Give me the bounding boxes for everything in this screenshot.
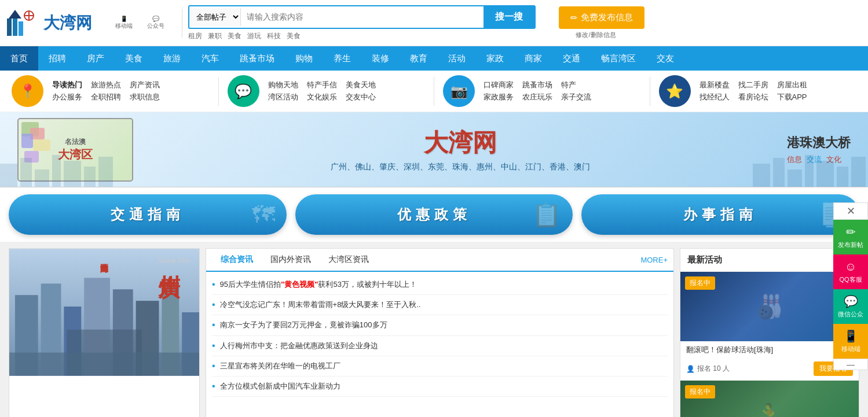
cat-link-bayact[interactable]: 湾区活动 [268,92,298,102]
search-button[interactable]: 搜一搜 [484,6,534,28]
cat-link-specialty[interactable]: 特产手信 [307,80,337,90]
banner: 名法澳 大湾区 大湾网 广州、佛山、肇庆、深圳、东莞、珠海、惠州、中山、江门、香… [0,112,868,187]
svg-marker-3 [9,10,21,19]
center-panel: 综合资讯 国内外资讯 大湾区资讯 MORE+ • 95后大学生情侣拍"黄色视频"… [206,248,674,417]
cat-link-agent[interactable]: 找经纪人 [699,92,730,102]
wechat-pub-label: 微信公众 [838,310,863,319]
cat-icon-star: ⭐ [659,75,691,107]
cat-link-friend[interactable]: 交友中心 [346,92,376,102]
activity-reg-1: 👤 报名 10 人 [686,364,730,374]
modify-link[interactable]: 修改/删除信息 [576,31,616,39]
cat-icon-location: 📍 [12,75,43,107]
cat-link-travel[interactable]: 旅游热点 [91,80,121,90]
float-post[interactable]: ✏ 发布新帖 [833,220,868,254]
nav-item-realestate[interactable]: 房产 [76,46,115,71]
float-minus[interactable]: — [833,359,868,370]
news-tab-bay[interactable]: 大湾区资讯 [320,249,378,271]
cat-link-job[interactable]: 求职信息 [130,92,160,102]
nav-item-flea[interactable]: 跳蚤市场 [229,46,285,71]
cat-link-shopping[interactable]: 购物天地 [268,80,298,90]
guangzhou-pinyin: Guang Zhou [158,257,191,264]
cat-link-culture[interactable]: 文化娱乐 [307,92,337,102]
cat-link-property[interactable]: 房产资讯 [130,80,160,90]
quick-btn-affairs[interactable]: 办事指南 📑 [581,194,859,235]
nav-item-merchant[interactable]: 商家 [514,46,552,71]
search-input[interactable] [241,8,484,25]
news-dot-6: • [212,381,215,392]
nav-item-travel[interactable]: 旅游 [153,46,191,71]
float-mobile[interactable]: 📱 移动端 [833,324,868,359]
news-more[interactable]: MORE+ [640,256,668,264]
mobile-float-label: 移动端 [841,345,860,353]
cat-link-office[interactable]: 办公服务 [52,92,82,102]
svg-rect-12 [84,167,96,187]
news-link-4[interactable]: 人行梅州市中支：把金融优惠政策送到企业身边 [220,341,378,351]
nav-item-decor[interactable]: 装修 [361,46,400,71]
svg-rect-8 [20,158,32,187]
nav-item-activity[interactable]: 活动 [438,46,476,71]
tag-food2[interactable]: 美食 [287,31,301,41]
nav-item-health[interactable]: 养生 [323,46,361,71]
tag-tech[interactable]: 科技 [267,31,281,41]
svg-rect-9 [35,169,49,187]
cat-link-forum[interactable]: 看房论坛 [738,92,768,102]
logo: 大湾网 [6,7,92,39]
float-close[interactable]: ✕ [833,202,868,220]
cat-link-kids[interactable]: 亲子交流 [561,92,591,102]
cat-link-rent[interactable]: 房屋出租 [777,80,807,90]
nav-item-car[interactable]: 汽车 [191,46,229,71]
cat-link-guide[interactable]: 导读热门 [52,80,82,90]
news-link-3[interactable]: 南京一女子为了要回2万元押金，竟被诈骗100多万 [220,320,387,330]
tag-parttime[interactable]: 兼职 [208,31,222,41]
news-link-2[interactable]: 冷空气没忘记广东！周末带着雷雨+8级大风要来！至于入秋.. [220,300,421,310]
cat-link-flea[interactable]: 跳蚤市场 [522,80,552,90]
quick-btn-traffic[interactable]: 交通指南 🗺 [9,194,287,235]
cat-link-fulltime[interactable]: 全职招聘 [91,92,121,102]
category-row: 📍 导读热门 旅游热点 房产资讯 办公服务 全职招聘 求职信息 💬 购物天地 特… [0,71,868,112]
mobile-tool[interactable]: 📱 移动端 [115,16,133,30]
activity-item-2: 报名中 🏃 [680,381,859,417]
cat-link-secondhand[interactable]: 找二手房 [738,80,768,90]
cat-link-food[interactable]: 美食天地 [346,80,376,90]
news-dot-5: • [212,361,215,371]
quick-btn-policy-text: 优惠政策 [397,205,471,224]
nav-item-food[interactable]: 美食 [115,46,153,71]
quick-btn-policy[interactable]: 优惠政策 📋 [295,194,573,235]
nav-item-homeservice[interactable]: 家政 [476,46,514,71]
nav-item-friend[interactable]: 交友 [646,46,684,71]
float-sidebar: ✕ ✏ 发布新帖 ☺ QQ客服 💬 微信公众 📱 移动端 — [833,202,868,370]
cat-link-special[interactable]: 特产 [561,80,576,90]
search-bar: 全部帖子 搜一搜 [188,5,536,29]
cat-link-homeservice[interactable]: 家政服务 [484,92,514,102]
news-dot-3: • [212,320,215,330]
svg-rect-31 [9,353,199,376]
cat-icon-chat: 💬 [228,75,259,107]
tag-food[interactable]: 美食 [228,31,241,41]
float-qq[interactable]: ☺ QQ客服 [833,254,868,289]
nav-item-traffic[interactable]: 交通 [552,46,591,71]
tag-play[interactable]: 游玩 [247,31,261,41]
nav-item-edu[interactable]: 教育 [400,46,438,71]
news-tab-intl[interactable]: 国内外资讯 [262,249,320,271]
news-link-1[interactable]: 95后大学生情侣拍"黄色视频"获利53万，或被判十年以上！ [220,279,417,290]
cat-link-farm[interactable]: 农庄玩乐 [522,92,552,102]
wechat-tool[interactable]: 💬 公众号 [147,16,164,30]
nav-item-shop[interactable]: 购物 [285,46,323,71]
svg-rect-14 [753,164,770,187]
cat-section-1: 📍 导读热门 旅游热点 房产资讯 办公服务 全职招聘 求职信息 [12,75,210,107]
float-wechat[interactable]: 💬 微信公众 [833,289,868,324]
tag-renting[interactable]: 租房 [188,31,202,41]
cat-link-merchant[interactable]: 口碑商家 [484,80,514,90]
news-link-5[interactable]: 三星宣布将关闭在华唯一的电视工厂 [220,361,340,371]
cat-link-app[interactable]: 下载APP [777,92,807,102]
nav-item-bay[interactable]: 畅言湾区 [591,46,646,71]
search-select[interactable]: 全部帖子 [189,8,241,26]
news-tab-general[interactable]: 综合资讯 [212,249,262,272]
cat-link-newhouse[interactable]: 最新楼盘 [699,80,730,90]
post-button[interactable]: ✏ 免费发布信息 [559,6,644,29]
news-link-6[interactable]: 全方位模式创新成中国汽车业新动力 [220,381,340,392]
nav-item-home[interactable]: 首页 [0,46,38,71]
person-icon: 👤 [686,365,695,373]
cat-icon-camera: 📷 [443,75,475,107]
nav-item-jobs[interactable]: 招聘 [38,46,76,71]
